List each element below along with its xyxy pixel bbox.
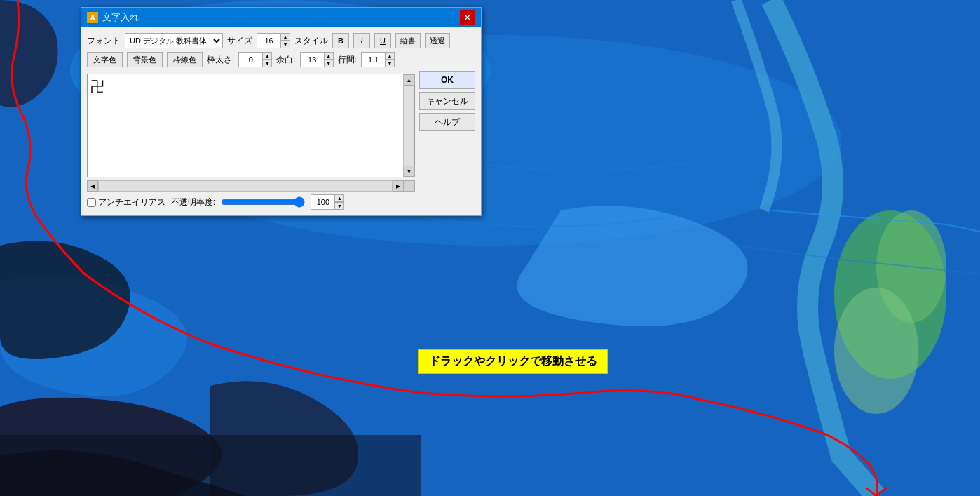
scroll-right-arrow[interactable]: ▶ <box>393 180 404 192</box>
margin-label: 余白: <box>276 54 295 66</box>
margin-input-group[interactable]: ▲ ▼ <box>300 52 334 67</box>
help-button[interactable]: ヘルプ <box>419 113 475 131</box>
stroke-up-button[interactable]: ▲ <box>262 52 272 60</box>
size-label: サイズ <box>227 35 252 47</box>
size-input[interactable] <box>257 33 280 48</box>
antialias-label[interactable]: アンチエイリアス <box>87 196 165 208</box>
border-color-button[interactable]: 枠線色 <box>167 52 203 67</box>
margin-up-button[interactable]: ▲ <box>324 52 334 60</box>
italic-button[interactable]: I <box>353 33 370 48</box>
horizontal-scrollbar[interactable] <box>98 180 393 192</box>
dialog-body: フォント UD デジタル 教科書体 サイズ ▲ ▼ スタイル B I U 縦書 … <box>81 27 481 215</box>
size-input-group[interactable]: ▲ ▼ <box>257 33 290 48</box>
text-input[interactable]: 卍 <box>88 74 403 177</box>
text-area-wrapper: 卍 ▲ ▼ <box>87 74 415 177</box>
underline-button[interactable]: U <box>374 33 391 48</box>
font-label: フォント <box>87 35 121 47</box>
linespace-input-group[interactable]: ▲ ▼ <box>361 52 395 67</box>
map-tooltip: ドラックやクリックで移動させる <box>418 349 608 374</box>
color-row: 文字色 背景色 枠線色 枠太さ: ▲ ▼ 余白: ▲ ▼ 行間: <box>87 52 475 67</box>
ok-button[interactable]: OK <box>419 71 475 89</box>
cancel-button[interactable]: キャンセル <box>419 92 475 110</box>
linespace-label: 行間: <box>338 54 357 66</box>
stroke-input-group[interactable]: ▲ ▼ <box>238 52 272 67</box>
dialog-action-buttons: OK キャンセル ヘルプ <box>419 71 475 210</box>
transparent-button[interactable]: 透過 <box>425 33 450 48</box>
vertical-button[interactable]: 縦書 <box>395 33 421 48</box>
text-color-button[interactable]: 文字色 <box>87 52 123 67</box>
antialias-checkbox[interactable] <box>87 198 96 207</box>
opacity-slider[interactable] <box>221 196 305 208</box>
scroll-up-arrow[interactable]: ▲ <box>404 74 415 86</box>
linespace-input[interactable] <box>361 52 385 67</box>
svg-point-5 <box>834 288 918 414</box>
dialog-close-button[interactable]: ✕ <box>460 10 475 25</box>
font-select[interactable]: UD デジタル 教科書体 <box>125 33 223 48</box>
dialog-title: 文字入れ <box>102 11 139 24</box>
vertical-scrollbar[interactable]: ▲ ▼ <box>403 74 414 177</box>
scroll-down-arrow[interactable]: ▼ <box>404 166 415 177</box>
linespace-up-button[interactable]: ▲ <box>385 52 395 60</box>
opacity-down-button[interactable]: ▼ <box>334 202 344 210</box>
bg-color-button[interactable]: 背景色 <box>127 52 163 67</box>
opacity-label: 不透明率度: <box>171 196 215 208</box>
dialog-title-icon: A <box>87 12 98 23</box>
size-down-button[interactable]: ▼ <box>280 41 290 48</box>
opacity-input[interactable] <box>311 194 334 210</box>
margin-input[interactable] <box>300 52 324 67</box>
font-row: フォント UD デジタル 教科書体 サイズ ▲ ▼ スタイル B I U 縦書 … <box>87 33 475 48</box>
scroll-corner <box>404 180 415 192</box>
opacity-input-group[interactable]: ▲ ▼ <box>311 194 344 210</box>
scroll-left-arrow[interactable]: ◀ <box>87 180 98 192</box>
bold-button[interactable]: B <box>332 33 349 48</box>
linespace-down-button[interactable]: ▼ <box>385 60 395 67</box>
size-up-button[interactable]: ▲ <box>280 33 290 41</box>
stroke-input[interactable] <box>238 52 262 67</box>
horizontal-scrollbar-wrap: ◀ ▶ <box>87 180 415 192</box>
bottom-controls: アンチエイリアス 不透明率度: ▲ ▼ <box>87 194 415 210</box>
stroke-down-button[interactable]: ▼ <box>262 60 272 67</box>
text-input-dialog[interactable]: A 文字入れ ✕ フォント UD デジタル 教科書体 サイズ ▲ ▼ スタイル … <box>81 7 482 216</box>
dialog-titlebar[interactable]: A 文字入れ ✕ <box>81 8 481 27</box>
margin-down-button[interactable]: ▼ <box>324 60 334 67</box>
style-label: スタイル <box>294 35 328 47</box>
stroke-label: 枠太さ: <box>207 54 234 66</box>
opacity-up-button[interactable]: ▲ <box>334 194 344 202</box>
